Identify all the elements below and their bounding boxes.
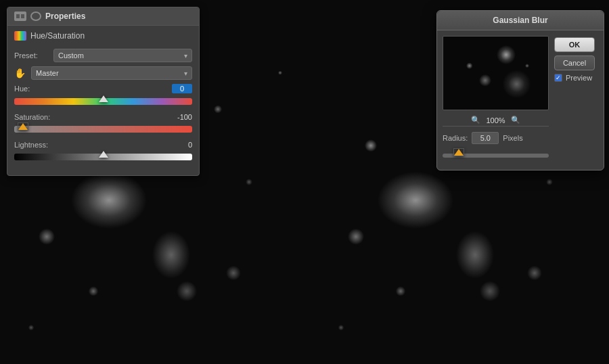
cancel-button[interactable]: Cancel <box>554 55 595 70</box>
hue-value[interactable]: 0 <box>172 84 192 93</box>
dialog-left: 🔍 100% 🔍 Radius: Pixels <box>443 36 549 164</box>
panel-icon <box>14 12 26 21</box>
hue-sat-title-text: Hue/Saturation <box>30 31 85 41</box>
lightness-slider-track <box>14 154 192 160</box>
radius-label: Radius: <box>443 134 468 142</box>
preview-label: Preview <box>566 74 592 82</box>
saturation-slider-row: Saturation: -100 <box>14 113 192 135</box>
hue-slider-thumb[interactable] <box>99 95 108 102</box>
channel-value: Master <box>36 69 59 77</box>
saturation-label: Saturation: <box>14 113 50 121</box>
hue-label-row: Hue: 0 <box>14 84 192 93</box>
preset-dropdown-arrow: ▾ <box>184 52 187 60</box>
gaussian-body: 🔍 100% 🔍 Radius: Pixels <box>437 30 604 170</box>
preset-label: Preset: <box>14 51 48 60</box>
lightness-label: Lightness: <box>14 141 48 149</box>
properties-panel: Properties Hue/Saturation Preset: Custom… <box>7 7 200 176</box>
lightness-value[interactable]: 0 <box>172 141 192 149</box>
gaussian-blur-dialog: Gaussian Blur 🔍 100% 🔍 Radius: <box>436 10 604 170</box>
lightness-slider-row: Lightness: 0 <box>14 141 192 163</box>
radius-unit: Pixels <box>503 134 522 142</box>
saturation-value[interactable]: -100 <box>172 113 192 121</box>
panel-title: Properties <box>45 12 85 21</box>
saturation-slider-container[interactable] <box>14 123 192 135</box>
zoom-value: 100% <box>486 116 505 124</box>
zoom-out-icon[interactable]: 🔍 <box>471 116 480 124</box>
channel-dropdown-arrow: ▾ <box>184 70 187 77</box>
dialog-inner: 🔍 100% 🔍 Radius: Pixels <box>443 36 598 164</box>
panel-icon-circle <box>30 12 41 21</box>
channel-dropdown[interactable]: Master ▾ <box>31 66 192 80</box>
radius-slider-container[interactable] <box>443 150 549 162</box>
preview-water <box>443 37 548 110</box>
preview-checkbox-row: ✓ Preview <box>554 74 598 82</box>
lightness-slider-thumb[interactable] <box>99 151 108 158</box>
saturation-slider-track <box>14 126 192 133</box>
preset-dropdown[interactable]: Custom ▾ <box>53 49 192 62</box>
zoom-in-icon[interactable]: 🔍 <box>511 116 520 124</box>
hand-icon[interactable]: ✋ <box>14 68 26 78</box>
hue-slider-row: Hue: 0 <box>14 84 192 108</box>
hue-slider-container[interactable] <box>14 95 192 108</box>
saturation-slider-thumb[interactable] <box>18 123 28 130</box>
preset-row: Preset: Custom ▾ <box>14 49 192 62</box>
gaussian-preview-area <box>443 36 549 110</box>
dialog-right: OK Cancel ✓ Preview <box>554 36 598 164</box>
hue-slider-track <box>14 98 192 105</box>
gaussian-title-bar: Gaussian Blur <box>437 11 604 30</box>
panel-title-bar: Properties <box>7 7 199 26</box>
preset-value: Custom <box>58 51 84 60</box>
channel-row: ✋ Master ▾ <box>14 66 192 80</box>
lightness-slider-container[interactable] <box>14 151 192 163</box>
radius-slider-track <box>443 154 549 158</box>
radius-slider-thumb[interactable] <box>454 149 464 156</box>
panel-content: Preset: Custom ▾ ✋ Master ▾ Hue: 0 <box>7 45 199 175</box>
svg-rect-2 <box>21 14 24 18</box>
hue-sat-icon <box>14 31 26 41</box>
saturation-label-row: Saturation: -100 <box>14 113 192 121</box>
hue-sat-header: Hue/Saturation <box>7 26 199 45</box>
preview-checkbox[interactable]: ✓ <box>554 74 562 82</box>
radius-input[interactable] <box>472 132 499 144</box>
lightness-label-row: Lightness: 0 <box>14 141 192 149</box>
svg-rect-1 <box>16 14 20 18</box>
zoom-bar: 🔍 100% 🔍 <box>443 114 549 127</box>
ok-button[interactable]: OK <box>554 37 595 52</box>
radius-row: Radius: Pixels <box>443 132 549 144</box>
hue-label: Hue: <box>14 85 30 93</box>
gaussian-title: Gaussian Blur <box>493 16 547 25</box>
